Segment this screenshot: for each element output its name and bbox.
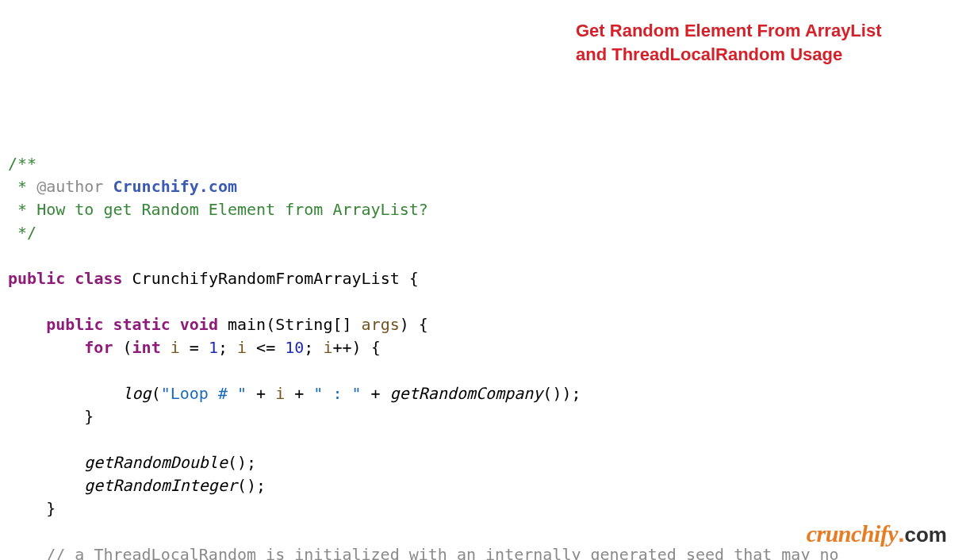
- brace-close: }: [46, 499, 56, 518]
- class-name: CrunchifyRandomFromArrayList: [132, 269, 400, 288]
- paren-open2: (: [151, 384, 161, 403]
- kw-public: public: [8, 269, 65, 288]
- getRandomInteger-call: getRandomInteger: [84, 476, 237, 495]
- string-colon: " : ": [313, 384, 361, 403]
- plus-op: +: [362, 384, 390, 403]
- kw-int: int: [132, 338, 161, 357]
- paren-open: (: [266, 315, 275, 334]
- semi: ;: [218, 338, 237, 357]
- getRandomDouble-call: getRandomDouble: [84, 453, 228, 472]
- javadoc-desc: How to get Random Element from ArrayList…: [36, 200, 428, 219]
- crunchify-logo: crunchify.com: [807, 516, 947, 551]
- num-10: 10: [285, 338, 304, 357]
- logo-tld: com: [905, 523, 947, 547]
- getRandomCompany-call: getRandomCompany: [390, 384, 543, 403]
- author-annotation: @author: [36, 177, 103, 196]
- incr-op: ++: [332, 338, 351, 357]
- empty-call: (): [542, 384, 562, 403]
- type-string: String: [275, 315, 332, 334]
- kw-public: public: [46, 315, 103, 334]
- plus-op: +: [247, 384, 275, 403]
- var-i-ref3: i: [275, 384, 285, 403]
- brace-open: {: [400, 269, 419, 288]
- javadoc-star: *: [8, 177, 36, 196]
- plus-op: +: [285, 384, 313, 403]
- kw-void: void: [180, 315, 218, 334]
- array-suffix: []: [332, 315, 351, 334]
- kw-for: for: [84, 338, 113, 357]
- javadoc-close: */: [8, 223, 36, 242]
- overlay-title: Get Random Element From ArrayListand Thr…: [576, 19, 941, 66]
- javadoc-open: /**: [8, 154, 36, 173]
- call-end: ();: [228, 453, 256, 472]
- method-main: main: [228, 315, 266, 334]
- paren-close-semi: );: [562, 384, 581, 403]
- paren-close: ): [400, 315, 409, 334]
- overlay-line2: and ThreadLocalRandom Usage: [576, 44, 842, 64]
- code-block: /** * @author Crunchify.com * How to get…: [8, 152, 966, 560]
- assign-op: =: [180, 338, 209, 357]
- var-i-ref: i: [237, 338, 247, 357]
- overlay-line1: Get Random Element From ArrayList: [576, 21, 881, 40]
- brace-open: {: [409, 315, 428, 334]
- author-value: Crunchify.com: [103, 177, 237, 196]
- kw-static: static: [113, 315, 170, 334]
- call-end: ();: [237, 476, 266, 495]
- log-call: log: [123, 384, 151, 403]
- logo-dot: .: [898, 520, 904, 547]
- kw-class: class: [75, 269, 122, 288]
- lte-op: <=: [247, 338, 285, 357]
- num-1: 1: [209, 338, 218, 357]
- for-open: (: [113, 338, 132, 357]
- semi: ;: [304, 338, 323, 357]
- logo-script: crunchify: [807, 520, 899, 547]
- var-i: i: [161, 338, 180, 357]
- brace-close: }: [84, 407, 94, 426]
- var-i-ref2: i: [323, 338, 332, 357]
- comment-line-1: // a ThreadLocalRandom is initialized wi…: [46, 545, 838, 560]
- string-loop: "Loop # ": [161, 384, 247, 403]
- for-close: ) {: [352, 338, 381, 357]
- param-args: args: [352, 315, 400, 334]
- javadoc-star2: *: [8, 200, 36, 219]
